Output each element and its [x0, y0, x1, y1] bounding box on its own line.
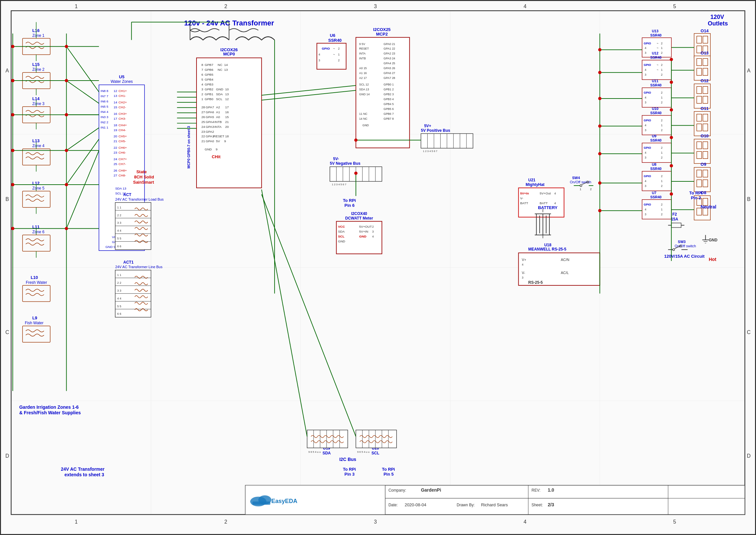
svg-text:B: B: [747, 196, 751, 202]
svg-text:GND  14: GND 14: [359, 93, 369, 96]
svg-point-479: [354, 172, 358, 175]
svg-text:SCL  12: SCL 12: [359, 83, 369, 86]
svg-text:6: 6: [201, 73, 203, 76]
sw3-label: SW3: [678, 240, 686, 244]
sainsmart-label: SainSmart: [133, 180, 155, 184]
svg-text:2: 2: [661, 42, 663, 45]
svg-text:INTB: INTB: [215, 120, 222, 124]
svg-text:16: 16: [114, 112, 118, 116]
svg-text:GND: GND: [359, 235, 366, 238]
svg-text:1: 1: [661, 208, 663, 211]
svg-text:20: 20: [114, 134, 118, 138]
u5-label: U5: [119, 74, 125, 79]
u11-ssr-label: SSR40: [650, 83, 662, 87]
svg-text:GPA0  21: GPA0 21: [384, 42, 395, 46]
svg-text:NC: NC: [218, 63, 222, 67]
svg-text:3: 3: [645, 101, 646, 104]
svg-text:SDA  13: SDA 13: [359, 88, 369, 91]
gnd-symbol: GND: [709, 238, 717, 242]
svg-text:2: 2: [338, 59, 339, 62]
svg-text:GPB4  5: GPB4 5: [384, 102, 394, 106]
svg-point-475: [670, 136, 673, 139]
svg-text:GPIO: GPIO: [644, 203, 651, 206]
svg-text:GND: GND: [205, 148, 212, 151]
svg-text:SCL: SCL: [338, 235, 344, 238]
svg-text:A2  17: A2 17: [359, 76, 366, 80]
to-rpi-pin3: To RPi: [343, 467, 356, 472]
svg-text:A: A: [747, 68, 751, 73]
outlets-label: Outlets: [708, 20, 728, 27]
svg-text:INTB: INTB: [359, 57, 365, 60]
svg-text:2: 2: [661, 184, 663, 187]
svg-point-465: [598, 48, 601, 51]
svg-text:IN1  1: IN1 1: [101, 126, 108, 129]
svg-text:GPB0  1: GPB0 1: [384, 83, 394, 86]
svg-text:B: B: [6, 196, 9, 202]
svg-text:5V+In: 5V+In: [520, 191, 529, 195]
to-rpi-pin6: To RPi: [343, 198, 356, 203]
svg-text:GPIO: GPIO: [644, 42, 651, 45]
extends-label: extends to sheet 3: [64, 472, 104, 477]
u8-ssr-label: SSR40: [650, 167, 662, 171]
svg-text:AC/L: AC/L: [561, 271, 568, 275]
battery-label: BATTERY: [538, 205, 558, 210]
svg-text:4: 4: [645, 46, 646, 50]
svg-text:GPIO: GPIO: [322, 47, 330, 50]
svg-text:BATT: BATT: [520, 201, 528, 205]
svg-text:3  3: 3 3: [117, 289, 121, 292]
svg-text:REV:: REV:: [532, 488, 540, 493]
svg-point-464: [11, 227, 15, 230]
svg-text:V+: V+: [522, 258, 526, 262]
svg-text:2: 2: [661, 91, 663, 94]
svg-text:3: 3: [372, 230, 374, 233]
5vpos-bus-label: 5V Positive Bus: [421, 128, 451, 133]
o11-label: O11: [701, 106, 708, 111]
svg-text:GPIO: GPIO: [644, 63, 651, 67]
hot-label: Hot: [709, 257, 716, 262]
5vneg-label: 5V-: [333, 156, 339, 161]
sw4-desc: On/Off switch: [570, 180, 591, 184]
u9-ssr-label: SSR40: [650, 138, 662, 142]
svg-text:A2: A2: [216, 105, 220, 109]
svg-text:2: 2: [224, 519, 227, 524]
u7-ssr-label: SSR40: [650, 195, 662, 199]
svg-text:14: 14: [114, 100, 118, 104]
5vneg-bus-label: 5V Negative Bus: [330, 161, 361, 166]
svg-text:CH1-: CH1-: [119, 94, 126, 98]
svg-text:13: 13: [225, 92, 229, 96]
svg-point-469: [598, 152, 601, 155]
svg-text:4: 4: [645, 180, 646, 183]
svg-point-456: [65, 149, 68, 152]
svg-text:GPIO: GPIO: [644, 175, 651, 178]
svg-text:GPA4  25: GPA4 25: [384, 62, 395, 65]
chit-label: CHit: [212, 154, 221, 159]
svg-text:2: 2: [372, 225, 374, 228]
svg-text:IN3  3: IN3 3: [101, 115, 108, 119]
svg-text:GND  9: GND 9: [105, 245, 116, 249]
svg-text:1: 1: [661, 151, 663, 154]
svg-text:4  4: 4 4: [117, 229, 121, 232]
svg-text:1 2 3 4 5 6 7: 1 2 3 4 5 6 7: [423, 150, 437, 153]
svg-text:10: 10: [225, 87, 229, 91]
act1-desc: 24V AC Transformer Line Bus: [115, 265, 162, 269]
svg-text:GND: GND: [216, 87, 223, 91]
svg-text:GPIO: GPIO: [644, 119, 651, 122]
svg-text:GPB1: GPB1: [205, 92, 214, 96]
svg-text:GPA0: GPA0: [206, 139, 214, 143]
svg-text:GPB6  7: GPB6 7: [384, 112, 394, 116]
svg-rect-402: [356, 430, 396, 448]
svg-text:IN2  2: IN2 2: [101, 120, 108, 124]
act-desc: 24V AC Transformer Load Bus: [115, 197, 164, 201]
svg-text:AC/N: AC/N: [561, 258, 569, 262]
svg-text:V-: V-: [520, 196, 523, 200]
svg-text:CH7-: CH7-: [119, 162, 126, 166]
svg-text:Company:: Company:: [389, 488, 406, 493]
l15-label: L15: [32, 62, 40, 67]
svg-text:3: 3: [645, 213, 646, 216]
svg-text:17: 17: [225, 105, 229, 109]
svg-text:23: 23: [114, 151, 118, 154]
svg-text:~: ~: [333, 53, 335, 56]
svg-point-473: [670, 81, 673, 84]
svg-text:4: 4: [524, 4, 527, 9]
date-label: 2020-08-04: [405, 502, 426, 507]
